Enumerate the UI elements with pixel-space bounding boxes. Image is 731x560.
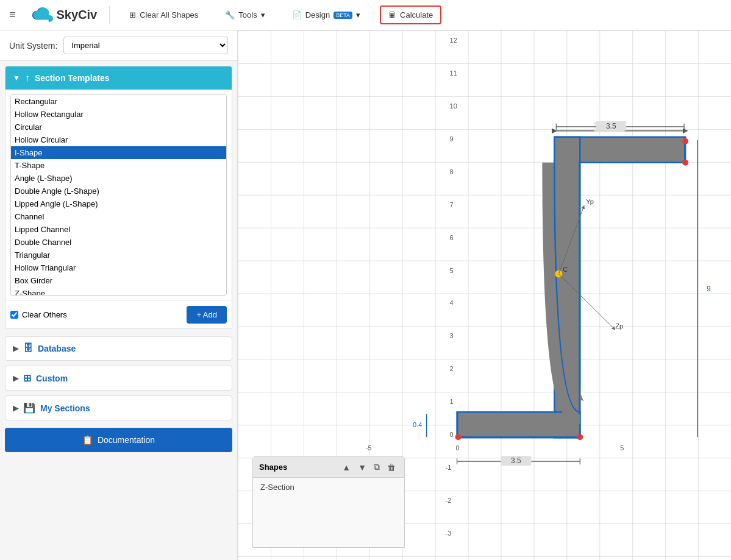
shapes-panel-header: Shapes ▲ ▼ ⧉ 🗑 [253, 457, 404, 478]
tools-chevron-icon: ▾ [261, 10, 265, 19]
svg-rect-3 [457, 412, 580, 438]
shapes-panel-controls: ▲ ▼ ⧉ 🗑 [340, 461, 398, 473]
y-label-8: 8 [450, 168, 454, 175]
sidebar: Unit System: Imperial Metric ▼ ↑ Section… [0, 30, 238, 560]
svg-rect-6 [457, 436, 580, 438]
templates-icon: ↑ [25, 73, 30, 83]
database-label: Database [38, 344, 76, 353]
shapes-down-button[interactable]: ▼ [355, 461, 369, 473]
unit-system-select[interactable]: Imperial Metric [63, 37, 228, 54]
dim-35-label-top: 3.5 [606, 122, 616, 130]
add-button[interactable]: + Add [187, 306, 227, 324]
dim-9-label: 9 [707, 285, 711, 293]
shape-hollow-circular[interactable]: Hollow Circular [11, 133, 226, 146]
design-icon: 📄 [292, 10, 302, 19]
clear-others-checkbox[interactable] [10, 311, 18, 319]
y-label-1: 1 [450, 398, 454, 405]
shape-triangular[interactable]: Triangular [11, 249, 226, 261]
my-sections-arrow-icon: ▶ [13, 404, 18, 413]
clear-all-shapes-button[interactable]: ⊞ Clear All Shapes [122, 7, 205, 23]
custom-header[interactable]: ▶ ⊞ Custom [5, 366, 232, 390]
x-label-neg5: -5 [366, 444, 372, 452]
design-button[interactable]: 📄 Design BETA ▾ [285, 7, 368, 23]
my-sections-icon: 💾 [23, 402, 35, 414]
hamburger-menu[interactable]: ≡ [6, 5, 19, 24]
y-label-neg3: -3 [446, 530, 452, 537]
shapes-copy-button[interactable]: ⧉ [371, 461, 382, 473]
shapes-list: Z-Section [253, 478, 404, 539]
templates-body: Rectangular Hollow Rectangular Circular … [5, 90, 232, 300]
shape-t-shape[interactable]: T-Shape [11, 159, 226, 172]
logo-icon [31, 7, 53, 23]
shape-channel[interactable]: Channel [11, 210, 226, 223]
design-chevron-icon: ▾ [356, 10, 360, 19]
templates-footer: Clear Others + Add [5, 300, 232, 328]
y-label-7: 7 [450, 201, 454, 208]
shape-hollow-triangular[interactable]: Hollow Triangular [11, 261, 226, 274]
calculate-button[interactable]: 🖩 Calculate [380, 5, 441, 24]
grid-canvas[interactable]: 12 11 10 9 8 7 6 5 4 3 2 1 0 -1 -2 -3 -5… [238, 30, 731, 560]
custom-label: Custom [36, 374, 68, 383]
shape-hollow-rectangular[interactable]: Hollow Rectangular [11, 108, 226, 121]
y-label-0: 0 [450, 431, 454, 438]
database-icon: 🗄 [23, 343, 33, 354]
shapes-delete-button[interactable]: 🗑 [385, 461, 398, 473]
my-sections-label: My Sections [40, 403, 90, 413]
shape-circular[interactable]: Circular [11, 121, 226, 133]
shape-double-angle[interactable]: Double Angle (L-Shape) [11, 185, 226, 197]
y-label-12: 12 [450, 37, 457, 44]
custom-icon: ⊞ [23, 372, 31, 384]
database-panel: ▶ 🗄 Database [5, 336, 232, 361]
y-label-9: 9 [450, 135, 454, 143]
database-arrow-icon: ▶ [13, 344, 18, 353]
zp-label: Zp [615, 322, 623, 330]
main-layout: Unit System: Imperial Metric ▼ ↑ Section… [0, 30, 731, 560]
templates-arrow-icon: ▼ [13, 74, 20, 82]
dim-35-label-bottom: 3.5 [511, 456, 521, 465]
y-label-5: 5 [450, 267, 454, 274]
y-label-2: 2 [450, 365, 454, 372]
shape-lipped-channel[interactable]: Lipped Channel [11, 223, 226, 236]
shape-list[interactable]: Rectangular Hollow Rectangular Circular … [10, 94, 227, 296]
dim-04-label: 0.4 [413, 421, 422, 428]
documentation-button[interactable]: 📋 Documentation [5, 428, 232, 452]
shapes-up-button[interactable]: ▲ [340, 461, 353, 473]
shape-double-channel[interactable]: Double Channel [11, 236, 226, 249]
shape-rectangular[interactable]: Rectangular [11, 95, 226, 108]
shape-i-shape[interactable]: I-Shape [11, 146, 226, 159]
tools-icon: 🔧 [225, 10, 235, 19]
my-sections-panel: ▶ 💾 My Sections [5, 395, 232, 420]
x-label-5: 5 [620, 444, 624, 452]
unit-system-row: Unit System: Imperial Metric [0, 30, 237, 61]
shapes-bottom-panel: Shapes ▲ ▼ ⧉ 🗑 Z-Section [252, 456, 405, 548]
section-templates-label: Section Templates [35, 73, 110, 83]
database-header[interactable]: ▶ 🗄 Database [5, 337, 232, 360]
my-sections-header[interactable]: ▶ 💾 My Sections [5, 396, 232, 420]
y-label-4: 4 [450, 299, 454, 307]
centroid-label-c: C [563, 266, 568, 273]
navbar: ≡ SkyCiv ⊞ Clear All Shapes 🔧 Tools ▾ 📄 … [0, 0, 731, 30]
shape-box-girder[interactable]: Box Girder [11, 274, 226, 287]
shape-lipped-angle[interactable]: Lipped Angle (L-Shape) [11, 197, 226, 210]
yp-label: Yp [586, 198, 594, 205]
calculate-icon: 🖩 [388, 10, 396, 19]
clear-shapes-icon: ⊞ [129, 10, 136, 19]
logo-text: SkyCiv [57, 8, 98, 22]
corner-dot-bottom-left [455, 434, 462, 440]
clear-others-label[interactable]: Clear Others [10, 310, 67, 319]
beta-badge: BETA [333, 12, 352, 19]
custom-panel: ▶ ⊞ Custom [5, 366, 232, 391]
design-label: Design [305, 10, 330, 19]
x-label-0: 0 [456, 444, 460, 452]
clear-others-text: Clear Others [22, 310, 67, 319]
z-section-item[interactable]: Z-Section [255, 480, 402, 494]
shape-z-shape[interactable]: Z-Shape [11, 287, 226, 296]
section-templates-header[interactable]: ▼ ↑ Section Templates [5, 66, 232, 90]
corner-dot-bottom [577, 434, 583, 440]
custom-arrow-icon: ▶ [13, 374, 18, 383]
tools-button[interactable]: 🔧 Tools ▾ [218, 7, 272, 23]
logo: SkyCiv [31, 7, 98, 23]
shape-angle-l[interactable]: Angle (L-Shape) [11, 172, 226, 185]
section-templates-panel: ▼ ↑ Section Templates Rectangular Hollow… [5, 66, 232, 329]
y-label-3: 3 [450, 332, 454, 339]
